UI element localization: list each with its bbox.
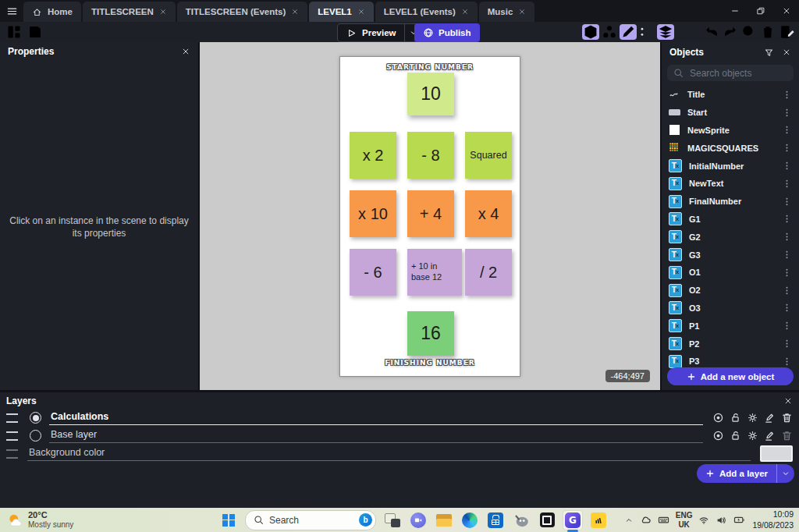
layers-toggle-icon[interactable]: [657, 24, 674, 40]
object-menu-icon[interactable]: [782, 161, 792, 171]
sticky-note-x-10[interactable]: x 10: [350, 190, 396, 237]
object-menu-icon[interactable]: [782, 214, 792, 224]
object-item-p2[interactable]: TxP2: [662, 335, 799, 353]
object-item-newsprite[interactable]: NewSprite: [662, 122, 799, 140]
instances-list-icon[interactable]: [601, 24, 618, 40]
effects-icon[interactable]: [747, 412, 758, 424]
close-layers-icon[interactable]: [783, 396, 793, 406]
object-menu-icon[interactable]: [782, 339, 792, 349]
onedrive-icon[interactable]: [640, 514, 652, 526]
taskbar-app-chat[interactable]: [409, 511, 428, 530]
tab-home[interactable]: Home: [23, 2, 81, 22]
taskbar-app-task-view[interactable]: [383, 511, 402, 530]
preview-button[interactable]: Preview: [337, 23, 422, 42]
drag-handle-icon[interactable]: [6, 431, 18, 441]
effects-icon[interactable]: [747, 430, 758, 442]
tab-close-icon[interactable]: [518, 8, 526, 16]
lock-open-icon[interactable]: [730, 430, 741, 442]
tab-close-icon[interactable]: [291, 8, 299, 16]
object-item-start[interactable]: Start: [662, 104, 799, 122]
volume-icon[interactable]: [716, 515, 726, 526]
tab-level1[interactable]: LEVEL1: [309, 2, 373, 22]
object-menu-icon[interactable]: [782, 143, 792, 153]
object-menu-icon[interactable]: [782, 232, 792, 242]
object-item-p1[interactable]: TxP1: [662, 317, 799, 335]
window-close-button[interactable]: [773, 0, 799, 22]
layer-name[interactable]: Base layer: [49, 428, 703, 443]
objects-search-box[interactable]: [667, 65, 794, 81]
object-item-o1[interactable]: TxO1: [662, 264, 799, 282]
scene-canvas[interactable]: STARTING NUMBER 10 x 2- 8Squaredx 10+ 4x…: [200, 42, 660, 390]
taskbar-app-gdevelop[interactable]: G: [563, 511, 582, 530]
tab-level1-events[interactable]: LEVEL1 (Events): [375, 2, 478, 22]
sticky-note-x-2[interactable]: x 2: [350, 132, 396, 179]
layer-row-calculations[interactable]: Calculations: [0, 409, 799, 427]
sticky-note-x-4[interactable]: x 4: [465, 190, 512, 237]
publish-button[interactable]: Publish: [414, 23, 480, 42]
add-new-object-button[interactable]: Add a new object: [667, 367, 794, 385]
battery-icon[interactable]: [733, 514, 746, 526]
3d-view-icon[interactable]: [582, 24, 599, 40]
sticky-note-squared[interactable]: Squared: [465, 132, 512, 179]
object-menu-icon[interactable]: [782, 356, 792, 367]
tab-titlescreen[interactable]: TITLESCREEN: [83, 2, 176, 22]
sticky-note-4[interactable]: + 4: [407, 190, 454, 237]
touch-keyboard-icon[interactable]: [658, 514, 669, 526]
zoom-in-icon[interactable]: [740, 24, 758, 40]
object-item-magicsquares[interactable]: MAGICSQUARES: [662, 139, 799, 157]
tab-close-icon[interactable]: [159, 8, 167, 16]
sticky-note-10-in-base-12[interactable]: + 10 in base 12: [407, 249, 462, 296]
rename-icon[interactable]: [764, 412, 776, 424]
object-item-g1[interactable]: TxG1: [662, 211, 799, 229]
object-menu-icon[interactable]: [782, 250, 792, 260]
sticky-note-8[interactable]: - 8: [407, 132, 454, 179]
window-restore-button[interactable]: [748, 0, 773, 22]
drag-handle-icon[interactable]: [6, 413, 18, 423]
visibility-icon[interactable]: [712, 430, 724, 442]
sticky-note-2[interactable]: / 2: [465, 249, 512, 296]
sticky-note-6[interactable]: - 6: [350, 249, 396, 296]
tab-music[interactable]: Music: [479, 2, 535, 22]
object-item-g3[interactable]: TxG3: [662, 246, 799, 264]
object-menu-icon[interactable]: [782, 197, 792, 207]
objects-list-icon[interactable]: [638, 24, 655, 40]
weather-widget[interactable]: 20°C Mostly sunny: [7, 510, 73, 530]
wifi-icon[interactable]: [698, 515, 709, 526]
window-minimize-button[interactable]: [722, 0, 748, 22]
object-item-g2[interactable]: TxG2: [662, 228, 799, 246]
object-item-o2[interactable]: TxO2: [662, 282, 799, 300]
main-menu-button[interactable]: [0, 0, 23, 22]
delete-icon[interactable]: [759, 24, 776, 40]
layer-name[interactable]: Calculations: [49, 410, 703, 425]
starting-number-label[interactable]: STARTING NUMBER: [340, 63, 520, 71]
object-menu-icon[interactable]: [782, 286, 792, 296]
undo-icon[interactable]: [703, 24, 720, 40]
drag-handle-icon[interactable]: [6, 449, 18, 459]
grid-icon[interactable]: [676, 24, 693, 40]
object-item-o3[interactable]: TxO3: [662, 300, 799, 317]
filter-objects-icon[interactable]: [764, 48, 774, 58]
object-menu-icon[interactable]: [782, 90, 792, 100]
tab-close-icon[interactable]: [357, 8, 365, 16]
starting-note[interactable]: 10: [407, 73, 454, 115]
add-layer-dropdown-button[interactable]: [777, 469, 794, 478]
object-item-finalnumber[interactable]: TxFinalNumber: [662, 193, 799, 211]
save-icon[interactable]: [27, 24, 44, 40]
taskbar-app-gimp[interactable]: [512, 511, 531, 530]
delete-layer-icon[interactable]: [781, 412, 793, 424]
redo-icon[interactable]: [722, 24, 739, 40]
object-menu-icon[interactable]: [782, 125, 792, 135]
object-item-title[interactable]: Title: [662, 86, 799, 104]
layer-row-background-color[interactable]: Background color: [0, 445, 799, 463]
close-properties-icon[interactable]: [181, 47, 190, 56]
object-menu-icon[interactable]: [782, 321, 792, 331]
scene-page[interactable]: STARTING NUMBER 10 x 2- 8Squaredx 10+ 4x…: [339, 56, 520, 377]
edit-mode-icon[interactable]: [620, 24, 637, 40]
finishing-note[interactable]: 16: [407, 311, 454, 356]
object-menu-icon[interactable]: [782, 108, 792, 118]
add-layer-button[interactable]: Add a layer: [697, 464, 794, 483]
layer-row-base-layer[interactable]: Base layer: [0, 427, 799, 445]
search-objects-input[interactable]: [688, 67, 787, 80]
taskbar-app-dark-app[interactable]: [538, 511, 556, 530]
visibility-icon[interactable]: [712, 412, 724, 424]
